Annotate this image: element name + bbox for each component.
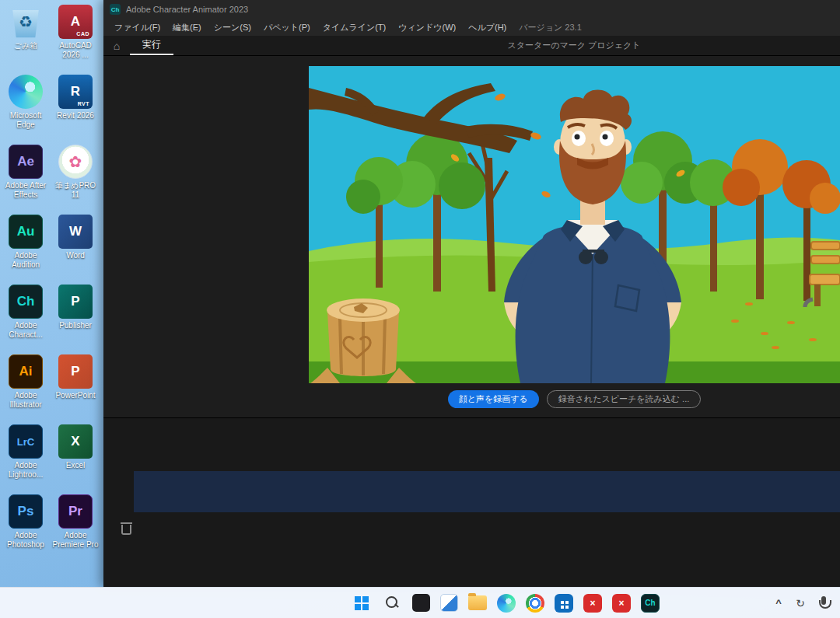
desktop-icon-image bbox=[9, 75, 43, 109]
trash-icon[interactable] bbox=[121, 522, 132, 535]
taskbar-start-button[interactable] bbox=[352, 593, 372, 613]
menu-window[interactable]: ウィンドウ(W) bbox=[392, 19, 462, 36]
taskbar-device-app[interactable] bbox=[412, 594, 430, 612]
desktop-icon-glyph: W bbox=[69, 224, 82, 239]
desktop-icon-image: ✿ bbox=[58, 145, 93, 179]
window-title: Adobe Character Animator 2023 bbox=[126, 5, 248, 14]
desktop-icon-label: Revit 2026 bbox=[51, 111, 100, 120]
menu-help[interactable]: ヘルプ(H) bbox=[462, 19, 513, 36]
desktop-icon-glyph: LrC bbox=[17, 436, 34, 448]
desktop-icon-label: 筆まめPRO 11 bbox=[51, 181, 100, 200]
app-icon: Ch bbox=[110, 4, 121, 15]
desktop-icon-autocad[interactable]: A CAD AutoCAD 2026 ... bbox=[51, 5, 100, 64]
desktop-icon-glyph: Au bbox=[17, 224, 35, 239]
taskbar-red-app-2[interactable]: × bbox=[612, 594, 631, 613]
menu-version[interactable]: バージョン 23.1 bbox=[513, 19, 588, 36]
timeline-panel bbox=[103, 417, 840, 587]
taskbar-sync-icon[interactable]: ↻ bbox=[793, 593, 807, 613]
menu-edit[interactable]: 編集(E) bbox=[166, 19, 208, 36]
desktop-icon-image: Pr bbox=[58, 494, 93, 529]
desktop-icon-glyph: Ch bbox=[17, 294, 35, 309]
desktop-icon-microsoft-edge[interactable]: Microsoft Edge bbox=[2, 75, 50, 134]
desktop-icon-after-effects[interactable]: Ae Adobe After Effects bbox=[2, 145, 50, 204]
taskbar-mic-icon[interactable] bbox=[815, 594, 832, 613]
desktop-icon-illustrator[interactable]: Ai Adobe Illustrator bbox=[2, 354, 50, 414]
desktop-icon-image: Ai bbox=[9, 354, 43, 389]
desktop-icon-label: PowerPoint bbox=[51, 391, 100, 400]
desktop-icon-subtext: RVT bbox=[78, 101, 89, 106]
desktop-icon-image: Ae bbox=[9, 145, 43, 179]
desktop-icon-column-1: ♻ ごみ箱 Microsoft Edge Ae Adobe After Effe… bbox=[2, 5, 50, 553]
timeline-track-bar[interactable] bbox=[134, 471, 840, 512]
window-titlebar[interactable]: Ch Adobe Character Animator 2023 bbox=[103, 0, 840, 19]
desktop-icon-label: Adobe Charact... bbox=[1, 321, 51, 340]
import-recorded-speech-button[interactable]: 録音されたスピーチを読み込む ... bbox=[547, 390, 702, 408]
workspace-tab-bar: ⌂ 実行 スターターのマーク プロジェクト bbox=[103, 36, 840, 56]
desktop-icon-label: Word bbox=[51, 251, 100, 260]
scene-viewport[interactable] bbox=[309, 66, 840, 383]
desktop-icon-label: Excel bbox=[51, 461, 100, 470]
desktop-icon-label: Adobe Photoshop bbox=[1, 531, 51, 550]
desktop-icon-glyph: A bbox=[71, 14, 80, 30]
menu-puppet[interactable]: パペット(P) bbox=[257, 19, 317, 36]
character-animator-window: Ch Adobe Character Animator 2023 ファイル(F)… bbox=[103, 0, 840, 587]
desktop-icon-glyph: ♻ bbox=[19, 12, 33, 31]
desktop-icon-glyph: X bbox=[71, 434, 79, 449]
taskbar-search-button[interactable] bbox=[382, 593, 402, 613]
desktop-icon-image: Au bbox=[9, 215, 43, 249]
desktop-icon-image: X bbox=[58, 424, 93, 459]
desktop-icon-label: Publisher bbox=[51, 321, 100, 330]
window-content: 顔と声を録画する 録音されたスピーチを読み込む ... bbox=[103, 56, 840, 587]
desktop-icon-audition[interactable]: Au Adobe Audition bbox=[2, 215, 50, 274]
taskbar-red-app-1[interactable]: × bbox=[583, 594, 602, 613]
desktop-icon-glyph: R bbox=[71, 84, 80, 100]
desktop-icon-revit[interactable]: R RVT Revit 2026 bbox=[51, 75, 100, 134]
menu-scene[interactable]: シーン(S) bbox=[208, 19, 257, 36]
desktop-icon-image: Ps bbox=[9, 494, 43, 529]
menu-file[interactable]: ファイル(F) bbox=[108, 19, 166, 36]
scene-action-buttons: 顔と声を録画する 録音されたスピーチを読み込む ... bbox=[309, 390, 840, 408]
desktop-icon-fudemame[interactable]: ✿ 筆まめPRO 11 bbox=[51, 145, 100, 204]
desktop-icon-powerpoint[interactable]: P PowerPoint bbox=[51, 354, 100, 414]
scene-canvas bbox=[309, 66, 840, 383]
project-title: スターターのマーク プロジェクト bbox=[507, 40, 640, 51]
desktop-icon-image: Ch bbox=[9, 285, 43, 319]
desktop-icon-lightroom-classic[interactable]: LrC Adobe Lightroo... bbox=[2, 424, 50, 484]
desktop-icon-excel[interactable]: X Excel bbox=[51, 424, 100, 484]
desktop-icon-image: P bbox=[58, 285, 93, 319]
desktop-icon-image: LrC bbox=[9, 424, 43, 459]
menu-timeline[interactable]: タイムライン(T) bbox=[317, 19, 393, 36]
desktop-icon-image: P bbox=[58, 354, 93, 389]
windows-taskbar: × × Ch ^ ↻ bbox=[0, 587, 840, 618]
desktop-icon-label: ごみ箱 bbox=[1, 41, 51, 51]
desktop-icon-glyph: Ai bbox=[19, 364, 33, 379]
desktop-icon-label: Adobe After Effects bbox=[1, 181, 51, 200]
desktop-icon-recycle-bin[interactable]: ♻ ごみ箱 bbox=[2, 5, 50, 64]
taskbar-tray-chevron-icon[interactable]: ^ bbox=[772, 593, 786, 613]
taskbar-character-animator[interactable]: Ch bbox=[641, 594, 660, 613]
desktop-icon-image: A CAD bbox=[58, 5, 93, 39]
desktop-icon-publisher[interactable]: P Publisher bbox=[51, 285, 100, 344]
desktop-icon-word[interactable]: W Word bbox=[51, 215, 100, 274]
tab-run[interactable]: 実行 bbox=[130, 36, 173, 55]
taskbar-store[interactable] bbox=[555, 594, 573, 613]
taskbar-file-explorer[interactable] bbox=[468, 595, 487, 610]
desktop-icon-image: ♻ bbox=[9, 5, 43, 39]
desktop-icon-glyph: Pr bbox=[68, 504, 82, 519]
desktop-icon-premiere-pro[interactable]: Pr Adobe Premiere Pro bbox=[51, 494, 100, 553]
desktop-icon-glyph: P bbox=[71, 364, 79, 379]
desktop-icon-photoshop[interactable]: Ps Adobe Photoshop bbox=[2, 494, 50, 553]
desktop-icon-image: R RVT bbox=[58, 75, 93, 109]
taskbar-tray-icons: ^ ↻ bbox=[772, 588, 832, 618]
desktop-icon-glyph: ✿ bbox=[69, 152, 82, 171]
record-face-voice-button[interactable]: 顔と声を録画する bbox=[448, 390, 539, 408]
desktop-icon-character-animator[interactable]: Ch Adobe Charact... bbox=[2, 285, 50, 344]
desktop-icon-image: W bbox=[58, 215, 93, 249]
taskbar-edge[interactable] bbox=[497, 594, 516, 613]
taskbar-chrome[interactable] bbox=[526, 594, 544, 613]
menu-bar: ファイル(F) 編集(E) シーン(S) パペット(P) タイムライン(T) ウ… bbox=[103, 19, 840, 36]
home-button[interactable]: ⌂ bbox=[103, 36, 130, 55]
desktop-icon-label: Adobe Premiere Pro bbox=[51, 531, 100, 550]
desktop-icon-glyph: Ps bbox=[18, 504, 34, 519]
taskbar-taskview-button[interactable] bbox=[440, 594, 458, 612]
